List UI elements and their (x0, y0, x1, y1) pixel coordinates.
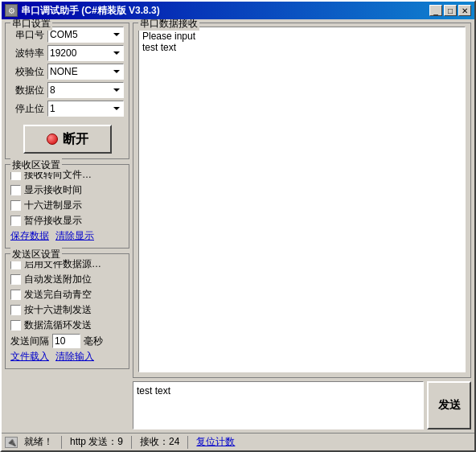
send-interval-row: 发送间隔 毫秒 (10, 334, 124, 348)
baud-select[interactable]: 19200 9600 38400 57600 115200 (47, 45, 124, 61)
save-data-link[interactable]: 保存数据 (10, 229, 49, 243)
main-content: 串口设置 串口号 COM5 COM1 COM2 COM3 COM4 波特率 19… (2, 19, 474, 433)
serial-settings-title: 串口设置 (10, 19, 52, 31)
title-buttons: _ □ ✕ (429, 5, 471, 16)
recv-option-2: 显示接收时间 (10, 183, 124, 197)
status-text: 就绪！ (24, 435, 53, 449)
receive-data-group: 串口数据接收 Please input test text (133, 23, 471, 378)
app-icon: ⚙ (5, 4, 18, 17)
serial-settings-group: 串口设置 串口号 COM5 COM1 COM2 COM3 COM4 波特率 19… (5, 23, 129, 159)
file-load-link[interactable]: 文件载入 (10, 350, 49, 364)
connect-button-label: 断开 (63, 131, 88, 148)
send-area-container: test text 发送 (133, 381, 471, 429)
send-checkbox-3[interactable] (10, 290, 21, 300)
right-panel: 串口数据接收 Please input test text test text … (133, 23, 471, 429)
recv-checkbox-3[interactable] (10, 200, 21, 211)
title-bar: ⚙ 串口调试助手 (C#精装版 V3.8.3) _ □ ✕ (2, 2, 474, 19)
interval-unit: 毫秒 (84, 335, 103, 348)
receive-content: Please input test text (142, 31, 462, 53)
stop-bits-row: 停止位 1 2 (10, 101, 124, 117)
recv-label-3: 十六进制显示 (24, 199, 82, 212)
recv-count: 接收：24 (140, 435, 179, 449)
status-divider-3 (187, 436, 188, 449)
recv-option-4: 暂停接收显示 (10, 214, 124, 228)
parity-select[interactable]: NONE ODD EVEN (47, 64, 124, 80)
connection-status-dot (47, 134, 58, 145)
clear-display-link[interactable]: 清除显示 (55, 229, 94, 243)
send-settings-title: 发送区设置 (10, 248, 62, 261)
send-checkbox-4[interactable] (10, 305, 21, 315)
close-button[interactable]: ✕ (458, 5, 471, 16)
send-checkbox-5[interactable] (10, 320, 21, 331)
send-label-3: 发送完自动青空 (24, 288, 92, 302)
send-links: 文件载入 清除输入 (10, 350, 124, 364)
receive-links: 保存数据 清除显示 (10, 229, 124, 243)
send-button-label: 发送 (438, 398, 461, 413)
reset-counter-link[interactable]: 复位计数 (196, 435, 235, 449)
receive-settings-title: 接收区设置 (10, 158, 62, 172)
data-bits-label: 数据位 (10, 84, 44, 97)
receive-area[interactable]: Please input test text (138, 27, 466, 372)
status-divider-2 (131, 436, 132, 449)
minimize-button[interactable]: _ (429, 5, 442, 16)
recv-label-2: 显示接收时间 (24, 183, 82, 197)
send-label-4: 按十六进制发送 (24, 303, 92, 317)
port-select[interactable]: COM5 COM1 COM2 COM3 COM4 (47, 27, 124, 43)
clear-input-link[interactable]: 清除输入 (55, 350, 94, 364)
send-count: http 发送：9 (70, 435, 123, 449)
maximize-button[interactable]: □ (444, 5, 457, 16)
recv-checkbox-2[interactable] (10, 185, 21, 195)
status-divider-1 (61, 436, 62, 449)
status-icon: 🔌 (5, 437, 18, 448)
main-window: ⚙ 串口调试助手 (C#精装版 V3.8.3) _ □ ✕ 串口设置 串口号 C… (0, 0, 476, 452)
receive-data-title: 串口数据接收 (138, 19, 199, 31)
left-panel: 串口设置 串口号 COM5 COM1 COM2 COM3 COM4 波特率 19… (5, 23, 129, 429)
connect-button[interactable]: 断开 (23, 125, 112, 154)
recv-label-4: 暂停接收显示 (24, 214, 82, 228)
send-settings-group: 发送区设置 启用文件数据源… 自动发送附加位 发送完自动青空 按十六进制发送 (5, 253, 129, 369)
interval-input[interactable] (52, 334, 80, 348)
send-option-2: 自动发送附加位 (10, 273, 124, 286)
parity-row: 校验位 NONE ODD EVEN (10, 64, 124, 80)
send-option-5: 数据流循环发送 (10, 318, 124, 332)
baud-row: 波特率 19200 9600 38400 57600 115200 (10, 45, 124, 61)
status-bar: 🔌 就绪！ http 发送：9 接收：24 复位计数 (2, 433, 474, 450)
send-button[interactable]: 发送 (427, 381, 471, 429)
window-title: 串口调试助手 (C#精装版 V3.8.3) (21, 4, 160, 18)
stop-bits-select[interactable]: 1 2 (47, 101, 124, 117)
interval-label: 发送间隔 (10, 335, 49, 348)
recv-checkbox-4[interactable] (10, 216, 21, 226)
data-bits-row: 数据位 8 5 6 7 (10, 82, 124, 98)
send-label-2: 自动发送附加位 (24, 273, 92, 286)
receive-settings-group: 接收区设置 接收转向文件… 显示接收时间 十六进制显示 暂停接收显示 (5, 164, 129, 249)
stop-bits-label: 停止位 (10, 102, 44, 116)
parity-label: 校验位 (10, 65, 44, 79)
send-checkbox-2[interactable] (10, 274, 21, 285)
recv-option-3: 十六进制显示 (10, 199, 124, 212)
send-textarea[interactable]: test text (133, 381, 424, 429)
title-bar-left: ⚙ 串口调试助手 (C#精装版 V3.8.3) (5, 4, 160, 18)
send-option-3: 发送完自动青空 (10, 288, 124, 302)
send-label-5: 数据流循环发送 (24, 318, 92, 332)
send-option-4: 按十六进制发送 (10, 303, 124, 317)
data-bits-select[interactable]: 8 5 6 7 (47, 82, 124, 98)
baud-label: 波特率 (10, 47, 44, 60)
